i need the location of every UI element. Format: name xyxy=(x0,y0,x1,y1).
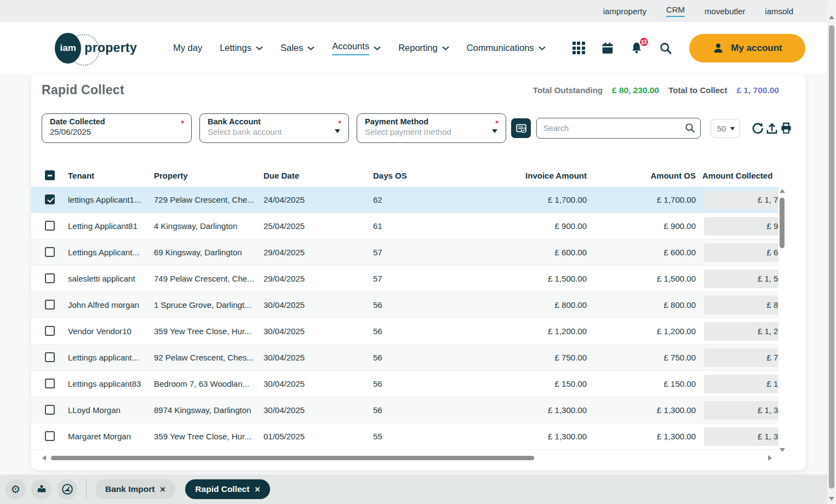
tab-rapid-collect[interactable]: Rapid Collect ✕ xyxy=(185,479,270,499)
invoice-amount-cell: £ 750.00 xyxy=(469,345,587,371)
amount-collected-input[interactable]: £ 1, 300.00 xyxy=(704,427,778,446)
due-date-cell: 30/04/2025 xyxy=(264,345,305,371)
table-row[interactable]: Lettings applicant... 92 Pelaw Crescent,… xyxy=(31,345,778,371)
table-row[interactable]: Vendor Vendor10 359 Yew Tree Close, Hur.… xyxy=(31,318,778,345)
amount-collected-input[interactable]: £ 1, 700.00 xyxy=(704,191,778,209)
row-checkbox[interactable] xyxy=(45,273,55,283)
due-date-cell: 01/05/2025 xyxy=(264,423,305,450)
nav-item-sales[interactable]: Sales xyxy=(280,43,314,53)
tenant-cell: Vendor Vendor10 xyxy=(68,318,150,345)
scroll-up-arrow[interactable] xyxy=(780,189,785,193)
scroll-up-arrow[interactable] xyxy=(829,15,834,19)
invoice-amount-cell: £ 150.00 xyxy=(469,371,587,397)
table-header: Tenant Property Due Date Days OS Invoice… xyxy=(31,165,778,187)
knowledge-base-button[interactable] xyxy=(31,479,51,500)
table-row[interactable]: John Alfred morgan 1 Spruce Grove, Darli… xyxy=(31,292,778,318)
table-horizontal-scrollbar[interactable] xyxy=(42,455,785,461)
scroll-right-arrow[interactable] xyxy=(768,455,772,461)
total-to-collect-value: £ 1, 700.00 xyxy=(736,85,779,95)
amount-collected-input[interactable]: £ 900.00 xyxy=(704,217,778,236)
select-all-checkbox[interactable] xyxy=(45,170,55,180)
top-link-movebutler[interactable]: movebutler xyxy=(705,7,745,16)
invoice-amount-cell: £ 1,300.00 xyxy=(469,423,587,450)
table-row[interactable]: Letting Applicant81 4 Kingsway, Darlingt… xyxy=(31,213,778,239)
my-account-button[interactable]: My account xyxy=(689,34,805,62)
nav-menu: My day Lettings Sales Accounts Reporting… xyxy=(173,41,546,55)
table-row[interactable]: salesletti applicant 749 Pelaw Crescent,… xyxy=(31,266,778,292)
amount-collected-input[interactable]: £ 800.00 xyxy=(704,296,778,314)
export-upload-icon[interactable] xyxy=(765,122,778,135)
due-date-cell: 24/04/2025 xyxy=(264,187,305,213)
top-link-iamproperty[interactable]: iamproperty xyxy=(603,7,646,16)
horizontal-scroll-thumb[interactable] xyxy=(51,456,534,460)
nav-item-my-day[interactable]: My day xyxy=(173,43,202,53)
top-link-crm[interactable]: CRM xyxy=(666,5,685,17)
nav-item-communications[interactable]: Communications xyxy=(467,43,546,53)
iamproperty-logo[interactable]: iam property xyxy=(55,33,137,64)
row-checkbox[interactable] xyxy=(45,221,55,231)
divider xyxy=(86,479,87,499)
row-checkbox[interactable] xyxy=(45,326,55,336)
table-row[interactable]: lettings Applicant1... 729 Pelaw Crescen… xyxy=(31,187,778,213)
page-scroll-thumb[interactable] xyxy=(829,25,834,489)
apps-grid-icon[interactable] xyxy=(571,41,586,55)
table-row[interactable]: Lettings applicant83 Bedroom 7, 63 Woodl… xyxy=(31,371,778,397)
payment-method-select[interactable]: Payment Method Select payment method * xyxy=(357,113,506,143)
calendar-icon[interactable] xyxy=(600,41,615,55)
close-icon[interactable]: ✕ xyxy=(159,485,165,494)
page-size-select[interactable]: 50 xyxy=(711,119,740,138)
search-input[interactable] xyxy=(536,118,701,139)
scroll-down-arrow[interactable] xyxy=(829,497,834,501)
dropdown-caret-icon xyxy=(492,129,497,133)
column-header-amount-os: Amount OS xyxy=(612,165,696,187)
settings-gear-button[interactable]: ⚙ xyxy=(5,479,26,500)
refresh-icon[interactable] xyxy=(751,122,764,135)
page-vertical-scrollbar[interactable] xyxy=(827,0,836,504)
amount-os-cell: £ 1,700.00 xyxy=(612,187,696,213)
row-checkbox[interactable] xyxy=(45,405,55,415)
amount-collected-input[interactable]: £ 1, 500.00 xyxy=(704,270,778,288)
amount-collected-input[interactable]: £ 1, 200.00 xyxy=(704,322,778,341)
notifications-bell-icon[interactable]: 22 xyxy=(629,41,644,55)
print-icon[interactable] xyxy=(780,122,793,135)
search-icon xyxy=(684,122,696,134)
row-checkbox[interactable] xyxy=(45,300,55,310)
property-cell: 359 Yew Tree Close, Hur... xyxy=(154,423,260,450)
close-icon[interactable]: ✕ xyxy=(254,485,260,494)
table-row[interactable]: Margaret Morgan 359 Yew Tree Close, Hur.… xyxy=(31,423,778,450)
column-header-amount-collected: Amount Collected xyxy=(702,165,772,187)
dashboard-gauge-button[interactable] xyxy=(57,479,77,500)
tab-bank-import[interactable]: Bank Import ✕ xyxy=(95,479,175,499)
amount-collected-input[interactable]: £ 750.00 xyxy=(704,348,778,367)
column-header-tenant: Tenant xyxy=(68,165,94,187)
property-cell: 749 Pelaw Crescent, Che... xyxy=(154,266,260,292)
row-checkbox[interactable] xyxy=(45,379,55,388)
top-link-iamsold[interactable]: iamsold xyxy=(765,7,793,16)
amount-collected-input[interactable]: £ 1, 300.00 xyxy=(704,401,778,420)
search-icon[interactable] xyxy=(659,41,673,55)
bank-account-select[interactable]: Bank Account Select bank account * xyxy=(199,113,349,143)
row-checkbox[interactable] xyxy=(45,247,55,257)
row-checkbox[interactable] xyxy=(45,352,55,362)
invoice-amount-cell: £ 1,200.00 xyxy=(469,318,587,345)
nav-item-accounts[interactable]: Accounts xyxy=(332,41,381,55)
row-checkbox[interactable] xyxy=(45,431,55,441)
nav-item-lettings[interactable]: Lettings xyxy=(220,43,263,53)
nav-item-reporting[interactable]: Reporting xyxy=(398,43,449,53)
due-date-cell: 30/04/2025 xyxy=(264,292,305,318)
totals-summary: Total Outstanding £ 80, 230.00 Total to … xyxy=(533,85,779,95)
vertical-scroll-thumb[interactable] xyxy=(780,198,785,248)
total-outstanding-value: £ 80, 230.00 xyxy=(612,85,659,95)
amount-collected-input[interactable]: £ 600.00 xyxy=(704,243,778,262)
tenant-cell: Letting Applicant81 xyxy=(68,213,150,239)
date-collected-field[interactable]: Date Collected 25/06/2025 * xyxy=(42,113,192,143)
bulk-collect-button[interactable] xyxy=(511,118,531,138)
scroll-down-arrow[interactable] xyxy=(780,448,785,452)
product-switcher-bar: iamproperty CRM movebutler iamsold xyxy=(0,0,836,22)
table-row[interactable]: Lettings Applicant... 69 Kingsway, Darli… xyxy=(31,239,778,266)
row-checkbox[interactable] xyxy=(45,194,55,204)
table-vertical-scrollbar[interactable] xyxy=(779,189,786,452)
amount-collected-input[interactable]: £ 150.00 xyxy=(704,375,778,393)
table-row[interactable]: LLoyd Morgan 8974 Kingsway, Darlington 3… xyxy=(31,397,778,423)
scroll-left-arrow[interactable] xyxy=(42,455,46,461)
